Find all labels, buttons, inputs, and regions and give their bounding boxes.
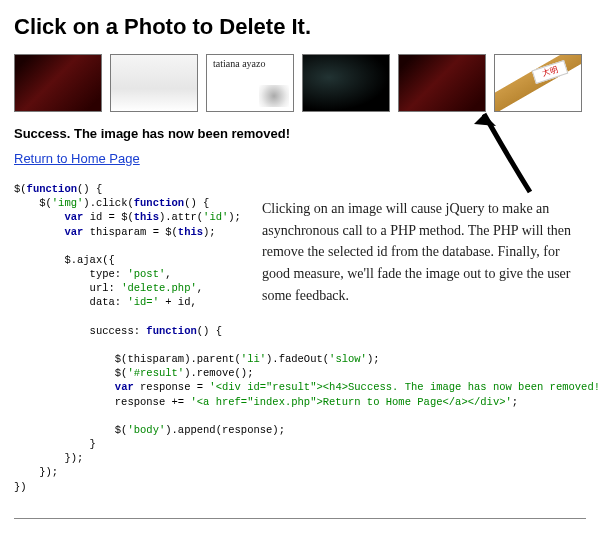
photo-thumbnail[interactable] <box>398 54 486 112</box>
thumbnail-decoration <box>259 85 289 107</box>
return-home-link[interactable]: Return to Home Page <box>14 151 140 166</box>
status-message: Success. The image has now been removed! <box>14 126 586 141</box>
svg-marker-0 <box>474 114 496 126</box>
page-title: Click on a Photo to Delete It. <box>14 14 586 40</box>
photo-thumbnail[interactable] <box>302 54 390 112</box>
annotation-text: Clicking on an image will cause jQuery t… <box>262 198 582 306</box>
photo-thumbnail[interactable]: 大明 <box>494 54 582 112</box>
thumbnail-caption: 大明 <box>532 60 569 84</box>
photo-thumbnail[interactable] <box>110 54 198 112</box>
thumbnail-caption: tatiana ayazo <box>213 59 265 69</box>
photo-thumbnail[interactable]: tatiana ayazo <box>206 54 294 112</box>
photo-thumbnail-row: tatiana ayazo 大明 <box>14 54 586 112</box>
photo-thumbnail[interactable] <box>14 54 102 112</box>
divider <box>14 518 586 519</box>
